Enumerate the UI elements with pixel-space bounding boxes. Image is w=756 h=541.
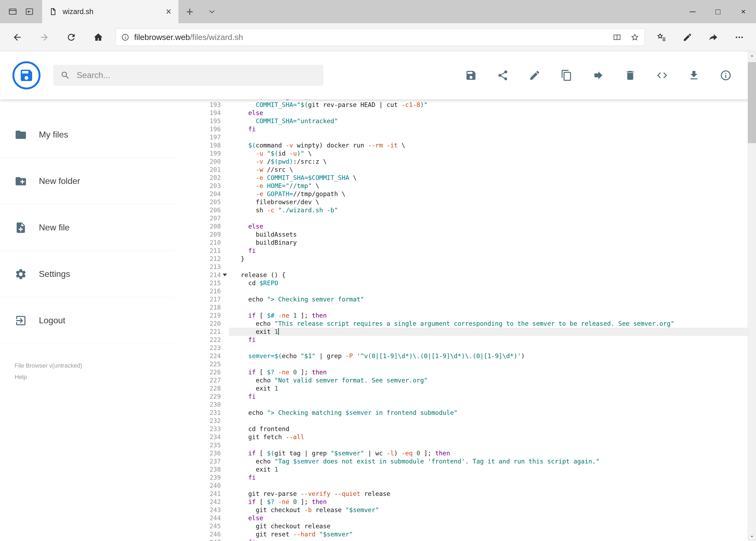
forward-button[interactable] xyxy=(31,23,58,51)
code-line-246[interactable]: 246 git reset --hard "$semver" xyxy=(175,530,756,538)
move-button[interactable] xyxy=(593,69,604,81)
code-line-211[interactable]: 211 fi xyxy=(175,247,756,255)
tabs-aside-icon[interactable] xyxy=(25,7,34,16)
back-button[interactable] xyxy=(4,23,31,51)
code-line-207[interactable]: 207 xyxy=(175,214,756,222)
sidebar-item-new-folder[interactable]: New folder xyxy=(0,158,175,205)
code-button[interactable] xyxy=(656,69,668,81)
edit-button[interactable] xyxy=(529,69,541,81)
code-line-218[interactable]: 218 xyxy=(175,303,756,311)
refresh-button[interactable] xyxy=(58,23,85,51)
code-line-194[interactable]: 194 else xyxy=(175,109,756,117)
browser-tab[interactable]: wizard.sh × xyxy=(42,0,178,23)
close-button[interactable]: × xyxy=(731,0,756,23)
code-line-209[interactable]: 209 buildAssets xyxy=(175,231,756,239)
sidebar-item-my-files[interactable]: My files xyxy=(0,112,175,158)
address-bar[interactable]: filebrowser.web/files/wizard.sh xyxy=(116,29,645,46)
code-line-205[interactable]: 205 filebrowser/dev \ xyxy=(175,198,756,206)
code-line-212[interactable]: 212} xyxy=(175,255,756,263)
share-button[interactable] xyxy=(497,69,509,81)
site-info-icon[interactable] xyxy=(121,33,129,41)
code-line-235[interactable]: 235 xyxy=(175,441,756,449)
code-line-221[interactable]: 221 exit 1 xyxy=(175,327,756,336)
scroll-down-button[interactable] xyxy=(748,532,756,541)
code-line-222[interactable]: 222 fi xyxy=(175,336,756,344)
code-line-241[interactable]: 241 git rev-parse --verify --quiet relea… xyxy=(175,490,756,498)
code-line-199[interactable]: 199 -u "$(id -u)" \ xyxy=(175,149,756,158)
code-line-234[interactable]: 234 git fetch --all xyxy=(175,433,756,441)
scroll-up-button[interactable] xyxy=(748,51,756,61)
tab-preview-icon[interactable] xyxy=(8,7,17,16)
code-line-220[interactable]: 220 echo "This release script requires a… xyxy=(175,319,756,327)
code-line-202[interactable]: 202 -e COMMIT_SHA=$COMMIT_SHA \ xyxy=(175,174,756,182)
code-line-195[interactable]: 195 COMMIT_SHA="untracked" xyxy=(175,117,756,125)
search-box[interactable] xyxy=(54,65,323,86)
code-line-200[interactable]: 200 -v /$(pwd):/src:z \ xyxy=(175,158,756,166)
settings-more-button[interactable] xyxy=(726,32,752,42)
sidebar-item-settings[interactable]: Settings xyxy=(0,251,175,297)
code-line-228[interactable]: 228 exit 1 xyxy=(175,384,756,392)
delete-button[interactable] xyxy=(624,69,636,81)
code-line-224[interactable]: 224 semver=$(echo "$1" | grep -P '^v(0|[… xyxy=(175,352,756,360)
page-scrollbar[interactable] xyxy=(748,51,756,541)
code-line-244[interactable]: 244 else xyxy=(175,514,756,522)
info-button[interactable] xyxy=(720,69,732,81)
code-line-226[interactable]: 226 if [ $? -ne 0 ]; then xyxy=(175,368,756,376)
code-line-215[interactable]: 215 cd $REPO xyxy=(175,279,756,287)
web-note-button[interactable] xyxy=(674,32,700,42)
maximize-button[interactable]: □ xyxy=(705,0,731,23)
code-editor[interactable]: 192 if [ -d ".git" ]; then193 COMMIT_SHA… xyxy=(175,99,756,541)
code-line-193[interactable]: 193 COMMIT_SHA="$(git rev-parse HEAD | c… xyxy=(175,101,756,109)
code-line-247[interactable]: 247 fi xyxy=(175,538,756,541)
favorite-star-icon[interactable] xyxy=(630,33,639,42)
fold-arrow-icon[interactable] xyxy=(223,273,227,276)
code-line-231[interactable]: 231 echo "> Checking matching $semver in… xyxy=(175,409,756,417)
tab-list-chevron-button[interactable] xyxy=(201,0,223,23)
favorites-hub-button[interactable] xyxy=(648,32,674,42)
code-line-204[interactable]: 204 -e GOPATH=//tmp/gopath \ xyxy=(175,190,756,198)
code-line-225[interactable]: 225 xyxy=(175,360,756,368)
code-line-236[interactable]: 236 if [ $(git tag | grep "$semver" | wc… xyxy=(175,449,756,457)
new-tab-button[interactable]: + xyxy=(178,0,201,23)
code-line-233[interactable]: 233 cd frontend xyxy=(175,425,756,433)
minimize-button[interactable]: ─ xyxy=(680,0,705,23)
code-line-238[interactable]: 238 exit 1 xyxy=(175,465,756,473)
sidebar-item-new-file[interactable]: New file xyxy=(0,205,175,251)
code-line-196[interactable]: 196 fi xyxy=(175,125,756,133)
code-line-237[interactable]: 237 echo "Tag $semver does not exist in … xyxy=(175,457,756,465)
reading-view-icon[interactable] xyxy=(613,33,621,42)
code-line-213[interactable]: 213 xyxy=(175,263,756,271)
scrollbar-thumb[interactable] xyxy=(748,62,756,143)
code-line-227[interactable]: 227 echo "Not valid semver format. See s… xyxy=(175,376,756,384)
code-line-216[interactable]: 216 xyxy=(175,287,756,295)
share-page-button[interactable] xyxy=(700,32,726,42)
code-line-208[interactable]: 208 else xyxy=(175,222,756,231)
code-line-201[interactable]: 201 -w //src \ xyxy=(175,166,756,174)
code-line-243[interactable]: 243 git checkout -b release "$semver" xyxy=(175,506,756,514)
code-line-198[interactable]: 198 $(command -v winpty) docker run --rm… xyxy=(175,141,756,149)
copy-button[interactable] xyxy=(561,69,573,81)
download-button[interactable] xyxy=(688,69,700,81)
sidebar-item-logout[interactable]: Logout xyxy=(0,297,175,344)
code-line-232[interactable]: 232 xyxy=(175,417,756,425)
code-line-223[interactable]: 223 xyxy=(175,344,756,352)
code-line-217[interactable]: 217 echo "> Checking semver format" xyxy=(175,295,756,303)
code-line-206[interactable]: 206 sh -c "./wizard.sh -b" xyxy=(175,206,756,214)
code-line-214[interactable]: 214release () { xyxy=(175,271,756,279)
code-line-240[interactable]: 240 xyxy=(175,482,756,490)
code-line-219[interactable]: 219 if [ $# -ne 1 ]; then xyxy=(175,311,756,319)
app-logo[interactable] xyxy=(12,61,41,89)
code-line-242[interactable]: 242 if [ $? -ne 0 ]; then xyxy=(175,498,756,506)
tab-close-icon[interactable]: × xyxy=(166,7,171,16)
code-line-239[interactable]: 239 fi xyxy=(175,473,756,482)
search-input[interactable] xyxy=(77,71,316,80)
save-button[interactable] xyxy=(465,69,477,81)
code-line-210[interactable]: 210 buildBinary xyxy=(175,239,756,247)
help-link[interactable]: Help xyxy=(15,371,175,383)
code-line-229[interactable]: 229 fi xyxy=(175,392,756,400)
code-line-197[interactable]: 197 xyxy=(175,133,756,141)
home-button[interactable] xyxy=(85,23,112,51)
code-line-230[interactable]: 230 xyxy=(175,400,756,409)
code-line-203[interactable]: 203 -e HOME="//tmp" \ xyxy=(175,182,756,190)
code-line-245[interactable]: 245 git checkout release xyxy=(175,522,756,530)
